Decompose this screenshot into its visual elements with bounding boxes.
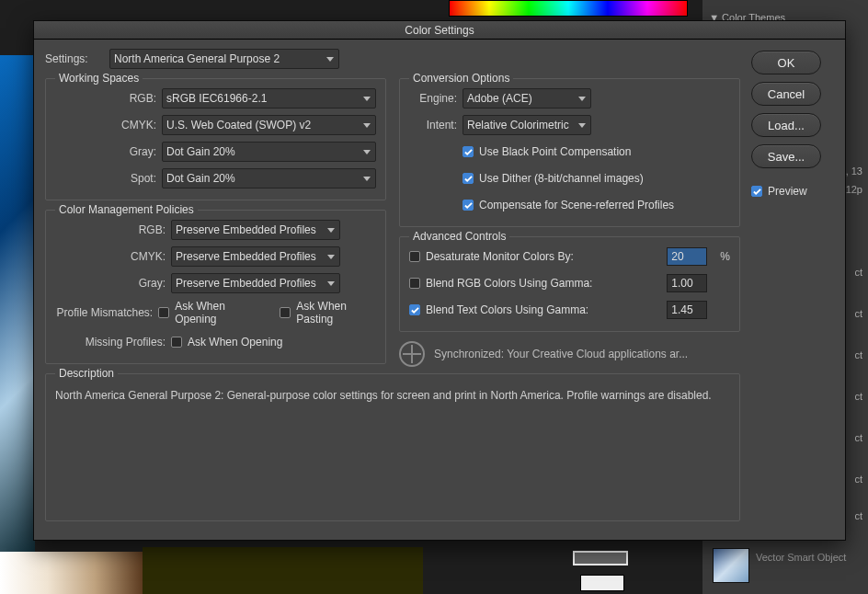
panel-text-ct: ct <box>854 267 862 278</box>
color-settings-dialog: Color Settings Settings: North America G… <box>33 20 846 541</box>
blend-text-text: Blend Text Colors Using Gamma: <box>426 303 661 316</box>
pol-rgb-select[interactable]: Preserve Embedded Profiles <box>171 220 340 240</box>
mismatch-label: Profile Mismatches: <box>55 306 153 319</box>
dialog-title: Color Settings <box>34 21 845 40</box>
background-olive-block <box>143 547 423 594</box>
blend-rgb-input[interactable] <box>667 274 707 292</box>
background-spectrum <box>449 0 688 17</box>
working-spaces-title: Working Spaces <box>55 72 143 85</box>
missing-open-text: Ask When Opening <box>188 336 282 348</box>
ws-spot-label: Spot: <box>55 172 156 185</box>
cancel-button[interactable]: Cancel <box>751 82 821 106</box>
blend-text-input[interactable] <box>667 301 707 319</box>
sync-text: Synchronized: Your Creative Cloud applic… <box>434 348 688 360</box>
panel-text-ct: ct <box>854 474 862 485</box>
background-bottom-swatches <box>474 547 648 594</box>
sync-icon <box>399 341 425 367</box>
desaturate-text: Desaturate Monitor Colors By: <box>426 250 661 263</box>
ws-gray-select[interactable]: Dot Gain 20% <box>162 142 376 162</box>
blend-text-checkbox[interactable] <box>409 304 420 315</box>
mismatch-paste-checkbox[interactable] <box>280 307 291 318</box>
missing-label: Missing Profiles: <box>55 336 166 348</box>
background-photo-left <box>0 55 35 552</box>
description-title: Description <box>55 367 118 380</box>
dither-checkbox[interactable] <box>463 173 474 184</box>
mismatch-paste-text: Ask When Pasting <box>296 300 376 326</box>
ws-cmyk-select[interactable]: U.S. Web Coated (SWOP) v2 <box>162 115 376 135</box>
sync-row: Synchronized: Your Creative Cloud applic… <box>399 341 740 367</box>
mismatch-open-text: Ask When Opening <box>175 300 258 326</box>
ws-spot-select[interactable]: Dot Gain 20% <box>162 168 376 188</box>
pol-gray-select[interactable]: Preserve Embedded Profiles <box>171 273 340 293</box>
engine-label: Engine: <box>409 92 457 105</box>
desaturate-checkbox[interactable] <box>409 251 420 262</box>
percent-label: % <box>720 250 730 263</box>
mismatch-open-checkbox[interactable] <box>158 307 169 318</box>
panel-text-ct: ct <box>854 308 862 319</box>
policies-title: Color Management Policies <box>55 203 198 216</box>
advanced-title: Advanced Controls <box>409 230 509 243</box>
black-point-text: Use Black Point Compensation <box>479 145 631 158</box>
policies-group: Color Management Policies RGB: Preserve … <box>45 210 386 364</box>
panel-text-ct: ct <box>854 510 862 521</box>
ok-button[interactable]: OK <box>751 51 821 74</box>
vector-smart-object-thumb <box>713 548 749 583</box>
description-text: North America General Purpose 2: General… <box>55 383 730 404</box>
preview-label: Preview <box>768 185 807 198</box>
description-group: Description North America General Purpos… <box>45 373 740 521</box>
engine-select[interactable]: Adobe (ACE) <box>463 88 591 109</box>
pol-gray-label: Gray: <box>55 277 166 290</box>
preview-checkbox[interactable] <box>751 186 762 197</box>
pol-cmyk-select[interactable]: Preserve Embedded Profiles <box>171 246 340 267</box>
advanced-group: Advanced Controls Desaturate Monitor Col… <box>399 236 740 332</box>
intent-label: Intent: <box>409 119 457 131</box>
ws-cmyk-label: CMYK: <box>55 119 156 131</box>
conversion-title: Conversion Options <box>409 72 513 85</box>
pol-rgb-label: RGB: <box>55 223 166 236</box>
blend-rgb-text: Blend RGB Colors Using Gamma: <box>426 277 661 290</box>
background-photo-bottom <box>0 552 143 594</box>
working-spaces-group: Working Spaces RGB: sRGB IEC61966-2.1 CM… <box>45 78 386 200</box>
settings-select[interactable]: North America General Purpose 2 <box>109 49 339 69</box>
compensate-checkbox[interactable] <box>463 200 474 211</box>
blend-rgb-checkbox[interactable] <box>409 278 420 289</box>
panel-text-ct: ct <box>854 432 862 443</box>
settings-label: Settings: <box>45 52 102 65</box>
vector-smart-object-label: Vector Smart Object <box>756 552 846 563</box>
ws-rgb-label: RGB: <box>55 92 156 105</box>
compensate-text: Compensate for Scene-referred Profiles <box>479 199 674 211</box>
panel-text-ct: ct <box>854 349 862 360</box>
conversion-group: Conversion Options Engine: Adobe (ACE) I… <box>399 78 740 227</box>
ws-rgb-select[interactable]: sRGB IEC61966-2.1 <box>162 88 376 109</box>
save-button[interactable]: Save... <box>751 144 821 168</box>
dither-text: Use Dither (8-bit/channel images) <box>479 172 644 185</box>
pol-cmyk-label: CMYK: <box>55 250 166 263</box>
ws-gray-label: Gray: <box>55 145 156 158</box>
missing-open-checkbox[interactable] <box>171 337 182 348</box>
panel-text-ct: ct <box>854 391 862 402</box>
desaturate-input[interactable] <box>667 247 707 266</box>
load-button[interactable]: Load... <box>751 113 821 137</box>
black-point-checkbox[interactable] <box>463 146 474 157</box>
intent-select[interactable]: Relative Colorimetric <box>463 115 591 135</box>
